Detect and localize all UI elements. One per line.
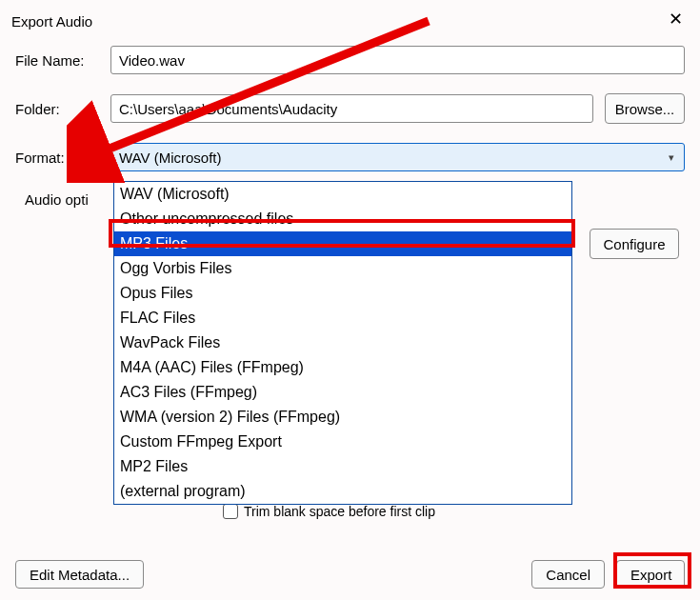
browse-button[interactable]: Browse... xyxy=(605,93,685,124)
dialog-title: Export Audio xyxy=(11,13,92,30)
configure-button[interactable]: Configure xyxy=(590,229,679,259)
format-option[interactable]: MP3 Files xyxy=(114,231,571,256)
folder-input[interactable] xyxy=(110,94,593,123)
format-option[interactable]: FLAC Files xyxy=(114,306,571,330)
format-option[interactable]: (external program) xyxy=(114,479,571,504)
format-option[interactable]: WAV (Microsoft) xyxy=(114,182,571,207)
format-select[interactable]: WAV (Microsoft) ▾ xyxy=(110,143,685,171)
trim-blank-label: Trim blank space before first clip xyxy=(244,504,435,519)
audio-options-label: Audio opti xyxy=(25,191,89,208)
edit-metadata-button[interactable]: Edit Metadata... xyxy=(15,560,144,589)
folder-label: Folder: xyxy=(15,101,99,117)
chevron-down-icon: ▾ xyxy=(669,151,674,164)
format-option[interactable]: Opus Files xyxy=(114,281,571,306)
format-option[interactable]: WavPack Files xyxy=(114,330,571,355)
cancel-button[interactable]: Cancel xyxy=(531,560,605,589)
format-option[interactable]: AC3 Files (FFmpeg) xyxy=(114,380,571,405)
format-selected-value: WAV (Microsoft) xyxy=(119,150,222,166)
trim-blank-checkbox[interactable]: Trim blank space before first clip xyxy=(223,504,435,519)
format-option[interactable]: M4A (AAC) Files (FFmpeg) xyxy=(114,355,571,380)
format-dropdown[interactable]: WAV (Microsoft)Other uncompressed filesM… xyxy=(113,181,572,505)
checkbox-icon xyxy=(223,504,238,519)
format-option[interactable]: Ogg Vorbis Files xyxy=(114,256,571,281)
export-button[interactable]: Export xyxy=(616,560,685,589)
file-name-label: File Name: xyxy=(15,52,99,69)
format-option[interactable]: Custom FFmpeg Export xyxy=(114,430,571,454)
file-name-input[interactable] xyxy=(110,46,685,74)
close-icon[interactable]: ✕ xyxy=(662,8,689,34)
format-option[interactable]: MP2 Files xyxy=(114,454,571,479)
format-option[interactable]: Other uncompressed files xyxy=(114,207,571,231)
format-option[interactable]: WMA (version 2) Files (FFmpeg) xyxy=(114,405,571,430)
format-label: Format: xyxy=(15,150,99,166)
